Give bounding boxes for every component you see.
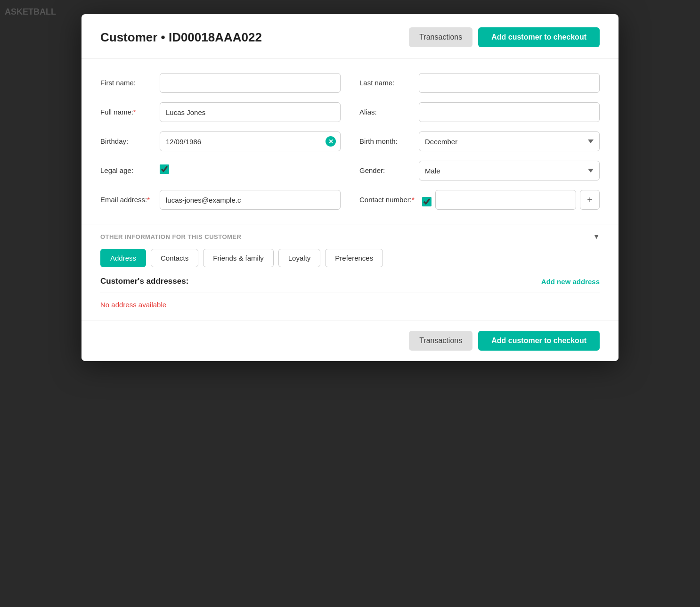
contact-number-row: Contact number:* + (359, 190, 600, 210)
modal-footer: Transactions Add customer to checkout (81, 320, 619, 361)
chevron-down-icon: ▼ (593, 233, 600, 240)
contact-add-button[interactable]: + (580, 190, 600, 210)
contact-checkbox[interactable] (422, 197, 431, 206)
add-customer-button-bottom[interactable]: Add customer to checkout (478, 331, 600, 351)
full-name-row: Full name:* (100, 102, 341, 122)
other-info-title: OTHER INFORMATION FOR THIS CUSTOMER (100, 233, 241, 240)
email-required: * (147, 196, 150, 204)
email-label: Email address:* (100, 190, 152, 205)
header-actions: Transactions Add customer to checkout (409, 27, 600, 47)
birthday-wrapper: ✕ (160, 131, 341, 151)
first-name-label: First name: (100, 73, 152, 88)
legal-age-label: Legal age: (100, 161, 152, 175)
gender-label: Gender: (359, 161, 411, 175)
customer-modal: Customer • ID00018AAA022 Transactions Ad… (81, 14, 619, 361)
contact-input[interactable] (435, 190, 576, 210)
contact-field-wrapper: + (422, 190, 600, 210)
legal-age-checkbox-wrapper (160, 161, 169, 174)
first-name-row: First name: (100, 73, 341, 93)
transactions-button-bottom[interactable]: Transactions (409, 331, 472, 351)
full-name-required: * (133, 108, 136, 116)
birthday-clear-button[interactable]: ✕ (326, 136, 336, 147)
address-section: Customer's addresses: Add new address No… (81, 277, 619, 320)
tab-loyalty[interactable]: Loyalty (278, 249, 321, 267)
transactions-button-top[interactable]: Transactions (409, 27, 472, 47)
tabs-row: Address Contacts Friends & family Loyalt… (81, 249, 619, 277)
alias-row: Alias: (359, 102, 600, 122)
gender-row: Gender: Male Female Other Prefer not to … (359, 161, 600, 180)
tab-address[interactable]: Address (100, 249, 146, 267)
modal-title: Customer • ID00018AAA022 (100, 30, 262, 45)
gender-select[interactable]: Male Female Other Prefer not to say (419, 161, 600, 180)
modal-header: Customer • ID00018AAA022 Transactions Ad… (81, 14, 619, 59)
contact-checkbox-wrapper (422, 193, 431, 206)
contact-number-label: Contact number:* (359, 190, 415, 205)
email-row: Email address:* (100, 190, 341, 210)
birth-month-select[interactable]: January February March April May June Ju… (419, 131, 600, 151)
form-grid: First name: Last name: Full name:* (100, 73, 600, 210)
other-info-header[interactable]: OTHER INFORMATION FOR THIS CUSTOMER ▼ (81, 224, 619, 249)
last-name-input[interactable] (419, 73, 600, 93)
add-new-address-link[interactable]: Add new address (541, 278, 600, 286)
no-address-message: No address available (100, 301, 600, 309)
last-name-row: Last name: (359, 73, 600, 93)
customer-form: First name: Last name: Full name:* (81, 59, 619, 224)
add-customer-button-top[interactable]: Add customer to checkout (478, 27, 600, 47)
full-name-input[interactable] (160, 102, 341, 122)
tab-friends-family[interactable]: Friends & family (203, 249, 274, 267)
alias-input[interactable] (419, 102, 600, 122)
background-title: ASKETBALL (5, 7, 56, 17)
addresses-title: Customer's addresses: (100, 277, 188, 286)
email-input[interactable] (160, 190, 341, 210)
contact-required: * (412, 196, 415, 204)
tab-preferences[interactable]: Preferences (325, 249, 383, 267)
birth-month-label: Birth month: (359, 131, 411, 146)
alias-label: Alias: (359, 102, 411, 117)
legal-age-checkbox[interactable] (160, 164, 169, 174)
birthday-row: Birthday: ✕ (100, 131, 341, 151)
last-name-label: Last name: (359, 73, 411, 88)
birthday-input[interactable] (160, 131, 341, 151)
birthday-label: Birthday: (100, 131, 152, 146)
tab-contacts[interactable]: Contacts (151, 249, 198, 267)
legal-age-row: Legal age: (100, 161, 341, 180)
full-name-label: Full name:* (100, 102, 152, 117)
address-header: Customer's addresses: Add new address (100, 277, 600, 293)
birth-month-row: Birth month: January February March Apri… (359, 131, 600, 151)
first-name-input[interactable] (160, 73, 341, 93)
modal-overlay: Customer • ID00018AAA022 Transactions Ad… (81, 14, 619, 361)
